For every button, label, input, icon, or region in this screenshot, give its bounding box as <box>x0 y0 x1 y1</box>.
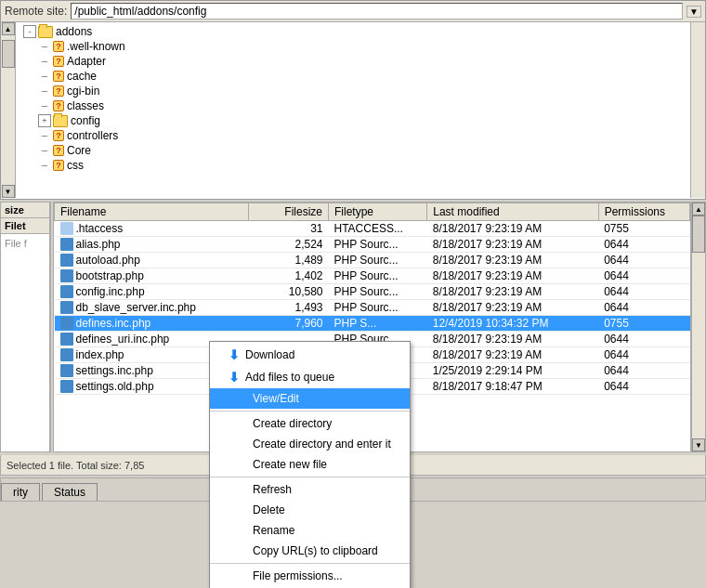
tree-item-well-known[interactable]: ─?.well-known <box>16 39 690 54</box>
question-badge-icon: ? <box>53 100 64 111</box>
php-file-icon <box>60 285 73 298</box>
context-menu-separator <box>210 563 410 564</box>
context-menu-item-label: Rename <box>253 524 294 537</box>
context-menu-item-label: Create directory and enter it <box>253 438 391 451</box>
tree-scroll-thumb[interactable] <box>2 40 15 68</box>
tree-item-label: cgi-bin <box>67 85 99 98</box>
file-scroll-thumb[interactable] <box>692 216 705 253</box>
tree-expander-empty: ─ <box>38 55 51 68</box>
file-name-label: settings.inc.php <box>76 364 153 377</box>
left-panel-size-header: size <box>1 203 49 218</box>
tree-scroll-up[interactable]: ▲ <box>2 22 15 35</box>
file-scroll-track <box>692 216 705 429</box>
php-file-icon <box>60 301 73 314</box>
context-menu: ⬇Download⬇Add files to queueView/EditCre… <box>209 341 411 588</box>
context-menu-item-label: Create new file <box>253 458 327 471</box>
table-row[interactable]: config.inc.php10,580PHP Sourc...8/18/201… <box>55 284 690 300</box>
col-modified[interactable]: Last modified <box>427 203 598 221</box>
file-size-cell: 10,580 <box>248 284 328 300</box>
tree-item-cache[interactable]: ─?cache <box>16 69 690 84</box>
file-type-cell: PHP S... <box>328 316 426 332</box>
context-menu-item-refresh[interactable]: Refresh <box>210 479 410 500</box>
col-filetype[interactable]: Filetype <box>328 203 426 221</box>
tab-rity[interactable]: rity <box>1 483 40 501</box>
file-name-cell: defines.inc.php <box>55 316 249 332</box>
tree-item-cgi-bin[interactable]: ─?cgi-bin <box>16 84 690 98</box>
context-menu-item-view-edit[interactable]: View/Edit <box>210 388 410 409</box>
file-name-label: .htaccess <box>76 222 124 235</box>
file-table-header: Filename Filesize Filetype Last modified… <box>55 203 690 221</box>
file-type-cell: PHP Sourc... <box>328 253 426 268</box>
remote-site-bar: Remote site: ▼ <box>1 1 705 22</box>
file-type-cell: PHP Sourc... <box>328 268 426 284</box>
file-perms-cell: 0644 <box>598 300 689 316</box>
tree-item-config[interactable]: +config <box>16 113 690 128</box>
context-menu-separator <box>210 477 410 477</box>
php-file-icon <box>60 317 73 330</box>
tree-item-Core[interactable]: ─?Core <box>16 143 690 158</box>
tree-item-label: Adapter <box>67 55 106 68</box>
tree-expander-empty: ─ <box>38 40 51 53</box>
table-row[interactable]: .htaccess31HTACCESS...8/18/2017 9:23:19 … <box>55 221 690 237</box>
tree-item-addons[interactable]: -addons <box>16 24 690 39</box>
tree-item-controllers[interactable]: ─?controllers <box>16 128 690 143</box>
file-name-label: index.php <box>76 348 124 361</box>
tree-item-label: classes <box>67 99 104 112</box>
col-filesize[interactable]: Filesize <box>248 203 328 221</box>
tree-expander-empty: ─ <box>38 159 51 172</box>
table-row[interactable]: autoload.php1,489PHP Sourc...8/18/2017 9… <box>55 253 690 268</box>
col-permissions[interactable]: Permissions <box>598 203 689 221</box>
remote-site-dropdown-btn[interactable]: ▼ <box>686 6 701 18</box>
context-menu-item-create-directory[interactable]: Create directory <box>210 413 410 434</box>
tree-scroll-down[interactable]: ▼ <box>2 185 15 198</box>
file-scroll-up[interactable]: ▲ <box>692 203 705 216</box>
file-perms-cell: 0755 <box>598 221 689 237</box>
context-menu-item-file-permissions[interactable]: File permissions... <box>210 566 410 586</box>
tree-item-label: controllers <box>67 129 118 142</box>
question-badge-icon: ? <box>53 71 64 82</box>
context-menu-item-label: Refresh <box>253 483 292 496</box>
remote-site-label: Remote site: <box>5 5 67 18</box>
col-filename[interactable]: Filename <box>55 203 249 221</box>
php-file-icon <box>60 269 73 282</box>
context-menu-item-add-to-queue[interactable]: ⬇Add files to queue <box>210 366 410 388</box>
context-menu-item-rename[interactable]: Rename <box>210 520 410 541</box>
php-file-icon <box>60 348 73 361</box>
tree-item-Adapter[interactable]: ─?Adapter <box>16 54 690 69</box>
table-row[interactable]: alias.php2,524PHP Sourc...8/18/2017 9:23… <box>55 237 690 253</box>
context-menu-item-label: Download <box>245 348 294 361</box>
context-menu-item-label: Create directory <box>253 417 332 430</box>
tree-expander[interactable]: + <box>38 114 51 127</box>
file-perms-cell: 0644 <box>598 253 689 268</box>
php-file-icon <box>60 238 73 251</box>
file-name-cell: autoload.php <box>55 253 249 268</box>
file-name-label: bootstrap.php <box>76 269 144 282</box>
table-row[interactable]: bootstrap.php1,402PHP Sourc...8/18/2017 … <box>55 268 690 284</box>
txt-file-icon <box>60 222 73 235</box>
context-menu-item-label: Delete <box>253 503 285 516</box>
file-size-cell: 1,489 <box>248 253 328 268</box>
file-modified-cell: 8/18/2017 9:23:19 AM <box>427 284 598 300</box>
table-row[interactable]: defines.inc.php7,960PHP S...12/4/2019 10… <box>55 316 690 332</box>
file-modified-cell: 8/18/2017 9:23:19 AM <box>427 268 598 284</box>
file-name-label: autoload.php <box>76 254 140 267</box>
remote-site-input[interactable] <box>71 3 683 20</box>
context-menu-item-delete[interactable]: Delete <box>210 500 410 520</box>
tree-item-classes[interactable]: ─?classes <box>16 98 690 113</box>
tab-status[interactable]: Status <box>42 483 98 501</box>
tree-expander[interactable]: - <box>23 25 36 38</box>
file-modified-cell: 8/18/2017 9:23:19 AM <box>427 237 598 253</box>
question-badge-icon: ? <box>53 85 64 97</box>
tree-item-css[interactable]: ─?css <box>16 158 690 173</box>
context-menu-item-create-directory-enter[interactable]: Create directory and enter it <box>210 434 410 454</box>
table-row[interactable]: db_slave_server.inc.php1,493PHP Sourc...… <box>55 300 690 316</box>
tree-container: ▲ ▼ -addons─?.well-known─?Adapter─?cache… <box>1 22 705 198</box>
context-menu-item-download[interactable]: ⬇Download <box>210 344 410 366</box>
file-scroll-down[interactable]: ▼ <box>692 438 705 451</box>
context-menu-item-create-new-file[interactable]: Create new file <box>210 454 410 475</box>
file-name-cell: config.inc.php <box>55 284 249 300</box>
file-modified-cell: 8/18/2017 9:23:19 AM <box>427 332 598 347</box>
context-menu-item-copy-urls[interactable]: Copy URL(s) to clipboard <box>210 541 410 561</box>
file-table-scrollbar[interactable]: ▲ ▼ <box>691 202 706 452</box>
folder-icon <box>38 26 53 38</box>
